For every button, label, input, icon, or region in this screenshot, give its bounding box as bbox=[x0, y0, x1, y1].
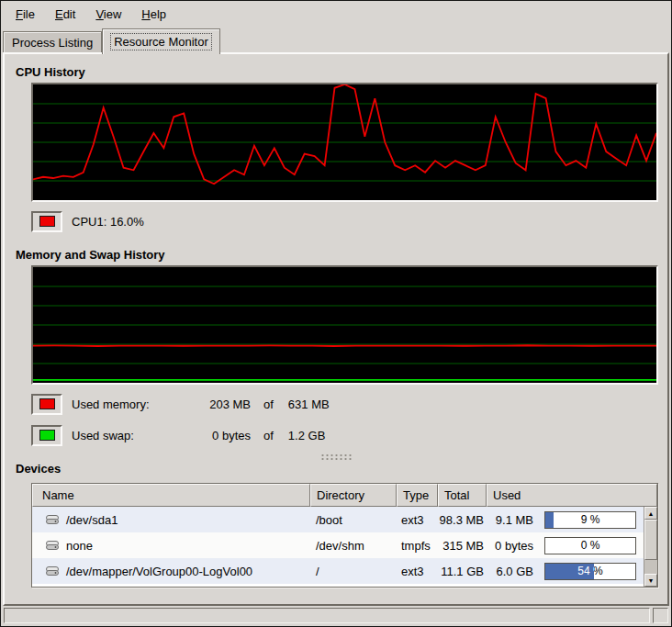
swap-total-value: 1.2 GB bbox=[288, 429, 325, 442]
device-type: ext3 bbox=[397, 513, 438, 527]
swap-legend: Used swap: 0 bytes of 1.2 GB bbox=[31, 424, 658, 446]
devices-title: Devices bbox=[16, 462, 658, 476]
device-used: 9.1 MB bbox=[491, 513, 533, 527]
cpu-legend-label: CPU1: 16.0% bbox=[72, 215, 144, 229]
system-monitor-window: File Edit View Help Process Listing Reso… bbox=[0, 0, 672, 627]
resize-grip[interactable] bbox=[653, 608, 668, 623]
device-type: tmpfs bbox=[397, 539, 438, 553]
scroll-up-icon: ▲ bbox=[648, 510, 655, 517]
table-row[interactable]: /dev/sda1 /boot ext3 98.3 MB 9.1 MB 9 % … bbox=[32, 507, 644, 532]
device-type: ext3 bbox=[397, 565, 438, 578]
devices-table-header: Name Directory Type Total Used bbox=[32, 484, 657, 507]
column-header-total[interactable]: Total bbox=[438, 484, 487, 507]
memory-color-button[interactable] bbox=[31, 394, 62, 415]
device-used: 6.0 GB bbox=[491, 565, 533, 578]
cpu-color-swatch bbox=[39, 216, 55, 227]
swap-color-button[interactable] bbox=[31, 425, 62, 446]
device-directory: /dev/shm bbox=[310, 539, 397, 553]
drive-icon bbox=[45, 538, 60, 553]
pane-resize-handle[interactable] bbox=[320, 453, 352, 460]
scroll-up-button[interactable]: ▲ bbox=[644, 507, 657, 520]
device-total: 11.1 GB bbox=[438, 565, 487, 578]
device-total: 315 MB bbox=[438, 539, 487, 553]
vertical-scrollbar[interactable]: ▲ ▼ bbox=[644, 507, 657, 587]
column-header-used[interactable]: Used bbox=[487, 484, 657, 507]
memory-total-value: 631 MB bbox=[288, 397, 330, 411]
cpu-color-button[interactable] bbox=[31, 211, 62, 232]
tab-resource-monitor[interactable]: Resource Monitor bbox=[102, 28, 220, 54]
memory-of-label: of bbox=[263, 397, 274, 411]
drive-icon bbox=[45, 512, 60, 527]
status-bar bbox=[4, 608, 650, 623]
usage-progress-bar: 54 % 54 % bbox=[544, 563, 636, 580]
swap-used-value: 0 bytes bbox=[182, 429, 251, 442]
tab-process-listing[interactable]: Process Listing bbox=[3, 31, 102, 52]
cpu-legend: CPU1: 16.0% bbox=[31, 210, 658, 232]
column-header-directory[interactable]: Directory bbox=[310, 484, 397, 507]
table-row[interactable]: none /dev/shm tmpfs 315 MB 0 bytes 0 % 0… bbox=[32, 532, 644, 558]
devices-table-body: /dev/sda1 /boot ext3 98.3 MB 9.1 MB 9 % … bbox=[32, 507, 657, 587]
device-name: /dev/sda1 bbox=[66, 513, 118, 527]
notebook-tabs: Process Listing Resource Monitor bbox=[1, 27, 671, 54]
scroll-down-icon: ▼ bbox=[648, 577, 655, 584]
cpu-history-graph-frame bbox=[31, 83, 658, 202]
column-header-name[interactable]: Name bbox=[32, 484, 310, 507]
swap-of-label: of bbox=[263, 429, 274, 442]
scrollbar-track[interactable] bbox=[644, 520, 657, 574]
usage-percent-label: 9 % bbox=[545, 512, 635, 528]
swap-color-swatch bbox=[39, 430, 55, 441]
devices-table: Name Directory Type Total Used bbox=[31, 483, 658, 588]
resource-monitor-page: CPU History CPU1: 16.0% Memory and Swap … bbox=[3, 52, 669, 606]
usage-progress-bar: 0 % 0 % bbox=[544, 537, 636, 554]
scroll-down-button[interactable]: ▼ bbox=[644, 574, 657, 587]
device-name: none bbox=[66, 539, 93, 553]
memory-history-graph-frame bbox=[31, 265, 658, 385]
drive-icon bbox=[45, 564, 60, 578]
menu-edit[interactable]: Edit bbox=[46, 4, 84, 25]
usage-percent-label: 0 % bbox=[545, 538, 635, 554]
usage-progress-bar: 9 % 9 % bbox=[544, 511, 636, 529]
cpu-history-title: CPU History bbox=[16, 65, 658, 79]
devices-rows: /dev/sda1 /boot ext3 98.3 MB 9.1 MB 9 % … bbox=[32, 507, 644, 587]
status-row bbox=[1, 606, 671, 626]
scrollbar-thumb[interactable] bbox=[644, 520, 657, 560]
menu-bar: File Edit View Help bbox=[1, 1, 671, 27]
table-row[interactable]: /dev/mapper/VolGroup00-LogVol00 / ext3 1… bbox=[32, 558, 644, 584]
cpu-history-graph bbox=[33, 84, 656, 200]
memory-legend: Used memory: 203 MB of 631 MB bbox=[31, 393, 658, 415]
column-header-type[interactable]: Type bbox=[397, 484, 438, 507]
device-total: 98.3 MB bbox=[438, 513, 487, 527]
memory-color-swatch bbox=[39, 398, 55, 409]
device-used: 0 bytes bbox=[491, 539, 533, 553]
device-name: /dev/mapper/VolGroup00-LogVol00 bbox=[66, 565, 252, 578]
memory-used-value: 203 MB bbox=[182, 397, 251, 411]
menu-file[interactable]: File bbox=[6, 4, 44, 25]
menu-help[interactable]: Help bbox=[132, 4, 175, 25]
device-directory: / bbox=[310, 565, 397, 578]
memory-history-graph bbox=[33, 267, 656, 383]
memory-history-title: Memory and Swap History bbox=[16, 248, 658, 262]
swap-legend-label: Used swap: bbox=[72, 429, 182, 442]
device-directory: /boot bbox=[310, 513, 397, 527]
memory-legend-label: Used memory: bbox=[72, 397, 182, 411]
menu-view[interactable]: View bbox=[86, 4, 130, 25]
